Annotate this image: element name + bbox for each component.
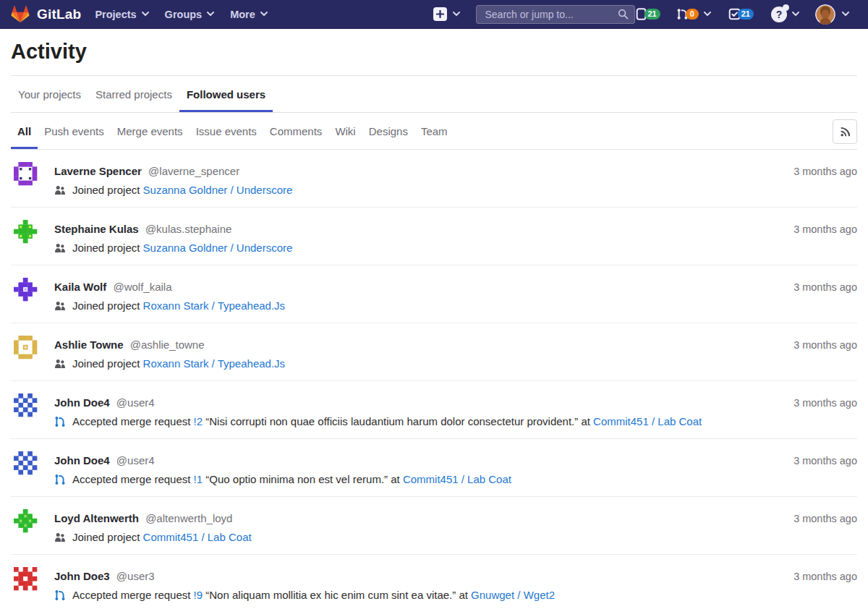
activity-scope-tabs: Your projects Starred projects Followed … — [11, 76, 857, 113]
merge-request-link[interactable]: !9 — [194, 587, 203, 603]
user-identicon-avatar[interactable] — [11, 564, 40, 593]
chevron-down-icon — [453, 12, 460, 17]
menu-projects[interactable]: Projects — [87, 0, 156, 29]
filter-merge-events[interactable]: Merge events — [111, 113, 190, 149]
author-name-link[interactable]: John Doe4 — [54, 454, 110, 467]
rss-feed-button[interactable] — [833, 119, 857, 144]
event-timestamp: 3 months ago — [779, 337, 857, 353]
menu-more[interactable]: More — [222, 0, 276, 29]
user-identicon-avatar[interactable] — [11, 448, 40, 477]
merge-request-link[interactable]: !2 — [194, 414, 203, 430]
project-link[interactable]: Commit451 / Lab Coat — [593, 414, 702, 430]
global-search[interactable] — [476, 5, 635, 24]
event-timestamp: 3 months ago — [779, 163, 857, 179]
chevron-down-icon — [207, 12, 214, 17]
author-username: @laverne_spencer — [148, 165, 239, 177]
author-name-link[interactable]: Laverne Spencer — [54, 165, 142, 177]
top-navbar: GitLab Projects Groups More 21 — [0, 0, 868, 29]
user-identicon-avatar[interactable] — [11, 217, 40, 246]
project-link[interactable]: Gnuwget / Wget2 — [471, 587, 555, 603]
event-author-line: Kaila Wolf @wolf_kaila — [54, 279, 285, 295]
event-action-text: Joined project — [72, 182, 143, 198]
filter-comments[interactable]: Comments — [263, 113, 329, 149]
filter-label: All — [17, 125, 31, 137]
todos-counter[interactable]: 21 — [728, 8, 754, 20]
chevron-down-icon — [704, 12, 711, 17]
navbar-right: 21 0 21 ? — [433, 4, 850, 25]
event-action-text: Joined project — [72, 529, 143, 545]
user-identicon-avatar[interactable] — [11, 159, 40, 188]
author-username: @user4 — [116, 396, 155, 409]
event-detail-line: Joined project Roxann Stark / Typeahead.… — [54, 356, 285, 372]
new-menu-button[interactable] — [433, 7, 460, 21]
filter-designs[interactable]: Designs — [362, 113, 414, 149]
user-identicon-avatar[interactable] — [11, 506, 40, 535]
merge-requests-counter[interactable]: 0 — [676, 8, 711, 20]
issues-counter[interactable]: 21 — [635, 8, 660, 20]
user-identicon-avatar[interactable] — [11, 275, 40, 304]
filter-wiki[interactable]: Wiki — [328, 113, 362, 149]
tab-starred-projects[interactable]: Starred projects — [88, 76, 179, 112]
author-name-link[interactable]: John Doe4 — [54, 396, 110, 409]
author-name-link[interactable]: Loyd Altenwerth — [54, 512, 139, 524]
author-name-link[interactable]: Ashlie Towne — [54, 338, 124, 351]
filter-issue-events[interactable]: Issue events — [190, 113, 263, 149]
user-avatar — [815, 4, 835, 25]
event-detail-line: Accepted merge request !1 “Quo optio min… — [54, 472, 511, 487]
event-body: Kaila Wolf @wolf_kaila Joined project Ro… — [54, 279, 285, 314]
event-action-text: Joined project — [72, 356, 143, 372]
event-author-line: Stephaine Kulas @kulas.stephaine — [54, 221, 292, 237]
event-body: Stephaine Kulas @kulas.stephaine Joined … — [54, 221, 292, 256]
event-body: John Doe4 @user4 Accepted merge request … — [54, 395, 702, 430]
event-action-text: Accepted merge request — [72, 414, 194, 430]
project-link[interactable]: Suzanna Goldner / Underscore — [143, 182, 293, 198]
tab-your-projects[interactable]: Your projects — [11, 76, 88, 112]
author-username: @ashlie_towne — [130, 338, 205, 351]
activity-event-row: Kaila Wolf @wolf_kaila Joined project Ro… — [11, 265, 857, 323]
filter-label: Merge events — [117, 125, 183, 137]
tab-followed-users[interactable]: Followed users — [179, 76, 273, 112]
menu-groups[interactable]: Groups — [157, 0, 223, 29]
project-link[interactable]: Roxann Stark / Typeahead.Js — [143, 356, 286, 372]
merge-request-link[interactable]: !1 — [194, 472, 203, 487]
event-detail-line: Joined project Roxann Stark / Typeahead.… — [54, 298, 285, 314]
event-detail-line: Accepted merge request !2 “Nisi corrupti… — [54, 414, 702, 430]
todos-count-badge: 21 — [738, 9, 754, 20]
filter-push-events[interactable]: Push events — [38, 113, 111, 149]
filter-all[interactable]: All — [11, 113, 38, 149]
user-identicon-avatar[interactable] — [11, 391, 40, 420]
event-detail-line: Joined project Suzanna Goldner / Undersc… — [54, 240, 292, 256]
help-menu[interactable]: ? — [771, 7, 799, 22]
merge-requests-count-badge: 0 — [686, 9, 699, 20]
author-name-link[interactable]: Stephaine Kulas — [54, 223, 139, 235]
users-icon — [54, 300, 66, 312]
event-author-line: Laverne Spencer @laverne_spencer — [54, 163, 292, 179]
project-link[interactable]: Commit451 / Lab Coat — [403, 472, 511, 487]
user-menu[interactable] — [815, 4, 849, 25]
event-author-line: Ashlie Towne @ashlie_towne — [54, 337, 285, 353]
event-body: John Doe3 @user3 Accepted merge request … — [54, 568, 555, 603]
event-timestamp: 3 months ago — [779, 279, 857, 295]
user-identicon-avatar[interactable] — [11, 333, 40, 362]
project-link[interactable]: Roxann Stark / Typeahead.Js — [143, 298, 286, 314]
chevron-down-icon — [842, 12, 849, 17]
project-link[interactable]: Commit451 / Lab Coat — [143, 529, 252, 545]
event-filter-tabs: All Push events Merge events Issue event… — [11, 113, 454, 149]
issues-count-badge: 21 — [644, 9, 660, 20]
filter-team[interactable]: Team — [414, 113, 454, 149]
author-name-link[interactable]: Kaila Wolf — [54, 281, 106, 293]
author-name-link[interactable]: John Doe3 — [54, 570, 110, 582]
search-icon — [618, 9, 629, 20]
gitlab-brand[interactable]: GitLab — [11, 5, 81, 23]
gitlab-logo-icon — [11, 5, 30, 23]
activity-event-row: Laverne Spencer @laverne_spencer Joined … — [11, 150, 857, 208]
project-link[interactable]: Suzanna Goldner / Underscore — [143, 240, 293, 256]
filter-label: Comments — [270, 125, 323, 137]
chevron-down-icon — [142, 12, 149, 17]
event-author-line: John Doe4 @user4 — [54, 453, 511, 469]
search-input[interactable] — [484, 8, 618, 21]
event-timestamp: 3 months ago — [779, 511, 857, 527]
author-username: @user3 — [116, 570, 155, 582]
event-filter-bar: All Push events Merge events Issue event… — [11, 113, 857, 150]
event-timestamp: 3 months ago — [779, 221, 857, 237]
